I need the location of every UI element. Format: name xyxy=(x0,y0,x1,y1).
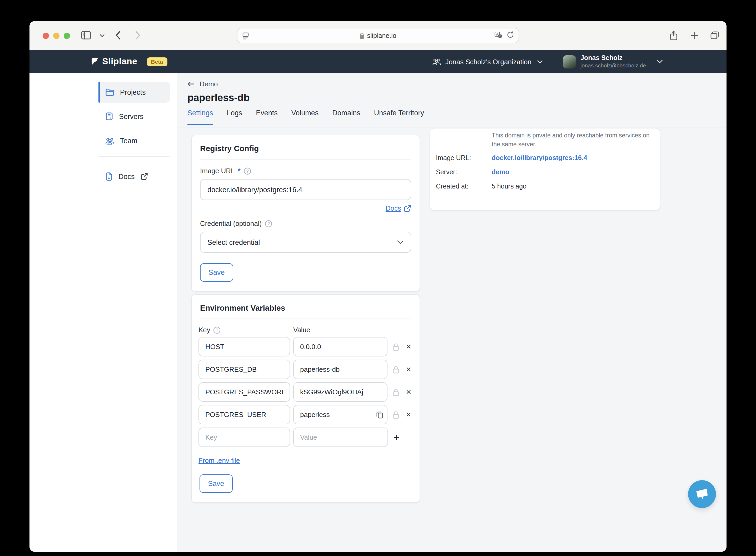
created-at-detail-label: Created at: xyxy=(436,183,492,190)
tab-events[interactable]: Events xyxy=(256,109,278,125)
sidebar-item-projects[interactable]: Projects xyxy=(99,81,170,103)
back-icon[interactable] xyxy=(115,31,121,40)
lock-icon[interactable] xyxy=(392,410,400,419)
help-icon[interactable]: ? xyxy=(244,167,251,175)
organization-selector[interactable]: Jonas Scholz's Organization xyxy=(432,58,542,66)
tab-settings[interactable]: Settings xyxy=(187,109,213,125)
environment-variables-title: Environment Variables xyxy=(200,303,411,319)
sidebar-item-docs[interactable]: Docs xyxy=(99,166,170,187)
env-value-input[interactable] xyxy=(293,337,388,356)
tab-unsafe-territory[interactable]: Unsafe Territory xyxy=(374,109,424,125)
app-navbar: Sliplane Beta Jonas Scholz's Organizatio… xyxy=(30,50,726,73)
registry-save-button[interactable]: Save xyxy=(200,263,233,282)
env-new-key-input[interactable] xyxy=(199,427,290,447)
external-link-icon xyxy=(404,205,411,212)
add-row-icon[interactable]: + xyxy=(392,432,401,443)
beta-badge: Beta xyxy=(147,57,168,66)
brand-name: Sliplane xyxy=(102,56,137,67)
brand[interactable]: Sliplane Beta xyxy=(91,56,167,67)
minimize-window-button[interactable] xyxy=(53,33,60,39)
env-key-input[interactable] xyxy=(199,359,290,379)
credential-select[interactable]: Select credential xyxy=(200,232,411,253)
docs-link[interactable]: Docs xyxy=(386,204,411,212)
service-details-card: This domain is private and only reachabl… xyxy=(430,128,660,211)
from-env-file-link[interactable]: From .env file xyxy=(199,456,240,464)
env-key-input[interactable] xyxy=(199,382,290,402)
tab-volumes[interactable]: Volumes xyxy=(291,109,319,125)
chat-widget-button[interactable] xyxy=(688,480,716,508)
env-new-value-input[interactable] xyxy=(293,427,388,447)
breadcrumb-label[interactable]: Demo xyxy=(200,80,218,88)
sidebar-item-team[interactable]: Team xyxy=(99,130,170,151)
tab-bar-divider xyxy=(177,127,726,128)
lock-icon[interactable] xyxy=(392,365,400,374)
env-var-row: × xyxy=(199,337,413,356)
chevron-down-icon[interactable] xyxy=(100,34,105,37)
browser-chrome: sliplane.io Ax xyxy=(30,21,726,50)
copy-icon[interactable] xyxy=(376,411,383,419)
user-menu[interactable]: Jonas Scholz jonas.scholz@bbscholz.de xyxy=(563,54,646,69)
credential-label: Credential (optional) xyxy=(200,219,262,228)
env-value-input[interactable] xyxy=(293,359,388,379)
reload-icon[interactable] xyxy=(507,31,514,40)
image-url-detail-link[interactable]: docker.io/library/postgres:16.4 xyxy=(492,154,651,162)
env-key-input[interactable] xyxy=(199,337,290,356)
lock-icon[interactable] xyxy=(392,343,400,351)
remove-icon[interactable]: × xyxy=(404,342,413,351)
help-icon[interactable]: ? xyxy=(214,326,221,334)
env-var-row: × xyxy=(199,405,413,424)
share-icon[interactable] xyxy=(670,31,678,40)
chevron-down-icon xyxy=(397,240,404,244)
svg-text:A: A xyxy=(496,32,498,36)
created-at-detail-value: 5 hours ago xyxy=(492,183,651,190)
sidebar-toggle-icon[interactable] xyxy=(81,31,91,39)
registry-config-card: Registry Config Image URL * ? Docs xyxy=(191,135,420,292)
sliplane-logo-icon xyxy=(91,57,99,66)
image-url-input[interactable] xyxy=(200,179,411,200)
org-chevron-down-icon xyxy=(537,60,542,64)
sidebar-item-servers[interactable]: Servers xyxy=(99,106,170,127)
document-icon xyxy=(105,172,113,181)
screen: sliplane.io Ax xyxy=(0,0,756,556)
tab-domains[interactable]: Domains xyxy=(332,109,360,125)
user-name: Jonas Scholz xyxy=(580,54,646,62)
env-value-input[interactable] xyxy=(293,405,388,424)
user-chevron-down-icon[interactable] xyxy=(656,60,663,64)
sidebar-nav: Projects Servers Team xyxy=(99,81,170,154)
lock-icon[interactable] xyxy=(392,388,400,396)
svg-text:?: ? xyxy=(216,327,218,333)
server-icon xyxy=(105,112,113,120)
url-text: sliplane.io xyxy=(367,32,396,39)
close-window-button[interactable] xyxy=(43,33,49,39)
forward-icon[interactable] xyxy=(135,31,141,40)
chat-bubble-icon xyxy=(696,489,708,500)
url-bar[interactable]: sliplane.io Ax xyxy=(237,28,519,43)
breadcrumb[interactable]: Demo xyxy=(187,80,218,88)
svg-text:?: ? xyxy=(267,221,270,226)
new-tab-icon[interactable] xyxy=(691,32,698,39)
remove-icon[interactable]: × xyxy=(404,365,413,374)
external-link-icon xyxy=(141,173,148,180)
main-content: Demo paperless-db Settings Logs Events V… xyxy=(177,73,726,552)
svg-text:x: x xyxy=(499,34,500,37)
sidebar-item-label: Team xyxy=(120,137,137,144)
tab-overview-icon[interactable] xyxy=(710,31,719,39)
value-column-label: Value xyxy=(293,326,388,334)
env-value-input[interactable] xyxy=(293,382,388,402)
translate-icon[interactable]: Ax xyxy=(494,31,502,40)
zoom-window-button[interactable] xyxy=(64,33,70,39)
tab-logs[interactable]: Logs xyxy=(227,109,243,125)
environment-variables-card: Environment Variables Key ? Value xyxy=(191,294,420,503)
sidebar-item-label: Docs xyxy=(118,172,135,180)
remove-icon[interactable]: × xyxy=(404,410,413,419)
server-detail-link[interactable]: demo xyxy=(492,169,651,176)
user-email: jonas.scholz@bbscholz.de xyxy=(580,62,646,69)
sidebar-divider xyxy=(99,157,170,157)
help-icon[interactable]: ? xyxy=(265,220,272,227)
remove-icon[interactable]: × xyxy=(404,387,413,396)
env-var-row: × xyxy=(199,382,413,402)
env-key-input[interactable] xyxy=(199,405,290,424)
env-save-button[interactable]: Save xyxy=(200,475,233,493)
back-arrow-icon[interactable] xyxy=(187,81,195,87)
image-url-label: Image URL xyxy=(200,167,235,175)
